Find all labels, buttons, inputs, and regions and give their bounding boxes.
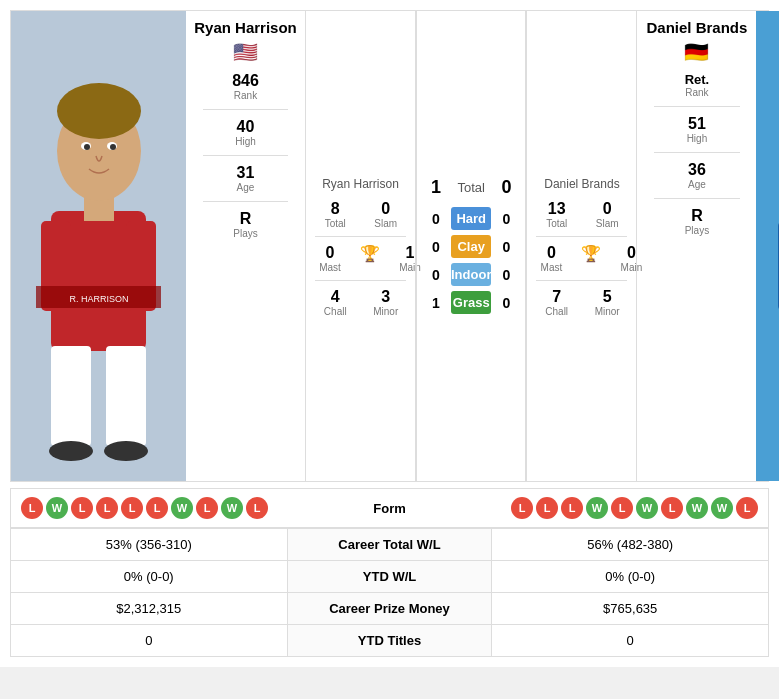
stats-table: 53% (356-310) Career Total W/L 56% (482-… (10, 528, 769, 657)
right-high-value: 51 (643, 115, 750, 133)
center-section: 1 Total 0 0 Hard 0 0 Clay 0 0 Indoor 0 1… (416, 11, 526, 481)
form-badge: W (171, 497, 193, 519)
surface-row-hard: 0 Hard 0 (421, 207, 521, 230)
form-badge: L (511, 497, 533, 519)
surface-rows: 0 Hard 0 0 Clay 0 0 Indoor 0 1 Grass 0 (421, 202, 521, 319)
left-total-stat: 8 Total (315, 200, 355, 229)
right-main-value: 0 (627, 244, 636, 262)
form-badges-right: LLLWLWLWWL (470, 497, 759, 519)
left-slam-stat: 0 Slam (366, 200, 406, 229)
stat-left-value: 0 (11, 625, 288, 657)
left-high-value: 40 (192, 118, 299, 136)
stat-right-value: 0% (0-0) (492, 561, 769, 593)
total-score-right: 0 (491, 177, 521, 198)
svg-point-15 (49, 441, 93, 461)
left-mast-stat: 0 Mast (310, 244, 350, 273)
surface-score-left: 0 (421, 267, 451, 283)
surface-score-left: 0 (421, 211, 451, 227)
stats-row: $2,312,315 Career Prize Money $765,635 (11, 593, 769, 625)
left-stats-row2: 0 Mast 🏆 1 Main (310, 244, 411, 273)
right-rank-label: Rank (643, 87, 750, 98)
form-badge: L (96, 497, 118, 519)
left-total-label: Total (325, 218, 346, 229)
right-player-stats: Daniel Brands 13 Total 0 Slam 0 Mast 🏆 (526, 11, 636, 481)
form-badge: L (196, 497, 218, 519)
left-trophy-icon: 🏆 (350, 244, 390, 273)
right-stats-row3: 7 Chall 5 Minor (531, 288, 632, 317)
left-slam-value: 0 (381, 200, 390, 218)
form-badge: L (736, 497, 758, 519)
form-badge: L (246, 497, 268, 519)
form-badge: L (146, 497, 168, 519)
surface-badge-indoor: Indoor (451, 263, 491, 286)
form-badges-left: LWLLLLWLWL (21, 497, 310, 519)
left-plays-value: R (192, 210, 299, 228)
form-badge: W (221, 497, 243, 519)
stat-left-value: $2,312,315 (11, 593, 288, 625)
left-player-name-header: Ryan Harrison (194, 19, 297, 36)
right-high-label: High (643, 133, 750, 144)
left-high-label: High (192, 136, 299, 147)
surface-score-right: 0 (491, 295, 521, 311)
right-player-name-bottom: Daniel Brands (544, 177, 619, 191)
right-plays-label: Plays (643, 225, 750, 236)
form-badge: L (536, 497, 558, 519)
left-mast-label: Mast (319, 262, 341, 273)
stat-center-label: YTD Titles (287, 625, 492, 657)
svg-text:R. HARRISON: R. HARRISON (69, 294, 128, 304)
surface-badge-clay: Clay (451, 235, 491, 258)
right-player-info: Daniel Brands 🇩🇪 Ret. Rank 51 High 36 Ag… (636, 11, 756, 481)
left-age-value: 31 (192, 164, 299, 182)
form-badge: W (46, 497, 68, 519)
right-age-value: 36 (643, 161, 750, 179)
total-label: Total (451, 180, 491, 195)
stat-center-label: Career Prize Money (287, 593, 492, 625)
left-chall-value: 4 (331, 288, 340, 306)
right-minor-label: Minor (595, 306, 620, 317)
svg-rect-14 (106, 346, 146, 446)
right-player-flag: 🇩🇪 (684, 40, 709, 64)
form-badge: L (71, 497, 93, 519)
surface-score-right: 0 (491, 267, 521, 283)
right-minor-value: 5 (603, 288, 612, 306)
left-minor-value: 3 (381, 288, 390, 306)
stat-right-value: 56% (482-380) (492, 529, 769, 561)
right-total-value: 13 (548, 200, 566, 218)
form-badge: W (686, 497, 708, 519)
stat-center-label: Career Total W/L (287, 529, 492, 561)
form-badge: L (21, 497, 43, 519)
form-badge: W (636, 497, 658, 519)
svg-rect-17 (756, 11, 779, 481)
svg-rect-13 (51, 346, 91, 446)
left-stats-row3: 4 Chall 3 Minor (310, 288, 411, 317)
left-player-info: Ryan Harrison 🇺🇸 846 Rank 40 High 31 Age… (186, 11, 306, 481)
surface-badge-grass: Grass (451, 291, 491, 314)
left-mast-value: 0 (326, 244, 335, 262)
surface-row-indoor: 0 Indoor 0 (421, 263, 521, 286)
right-mast-label: Mast (541, 262, 563, 273)
surface-score-left: 1 (421, 295, 451, 311)
stats-tbody: 53% (356-310) Career Total W/L 56% (482-… (11, 529, 769, 657)
form-badge: L (561, 497, 583, 519)
right-player-name-header: Daniel Brands (647, 19, 748, 36)
surface-badge-hard: Hard (451, 207, 491, 230)
right-chall-label: Chall (545, 306, 568, 317)
left-rank-value: 846 (192, 72, 299, 90)
stat-right-value: 0 (492, 625, 769, 657)
form-label: Form (310, 501, 470, 516)
surface-row-grass: 1 Grass 0 (421, 291, 521, 314)
stat-left-value: 0% (0-0) (11, 561, 288, 593)
right-total-stat: 13 Total (537, 200, 577, 229)
left-player-stats: Ryan Harrison 8 Total 0 Slam 0 Mast 🏆 (306, 11, 416, 481)
left-rank-label: Rank (192, 90, 299, 101)
left-slam-label: Slam (374, 218, 397, 229)
total-score-left: 1 (421, 177, 451, 198)
right-minor-stat: 5 Minor (587, 288, 627, 317)
left-chall-stat: 4 Chall (315, 288, 355, 317)
players-section: R. HARRISON Ryan Harrison 🇺🇸 846 Rank 40… (10, 10, 769, 482)
surface-score-left: 0 (421, 239, 451, 255)
svg-point-10 (110, 144, 116, 150)
left-player-name-bottom: Ryan Harrison (322, 177, 399, 191)
left-minor-stat: 3 Minor (366, 288, 406, 317)
right-plays-value: R (643, 207, 750, 225)
